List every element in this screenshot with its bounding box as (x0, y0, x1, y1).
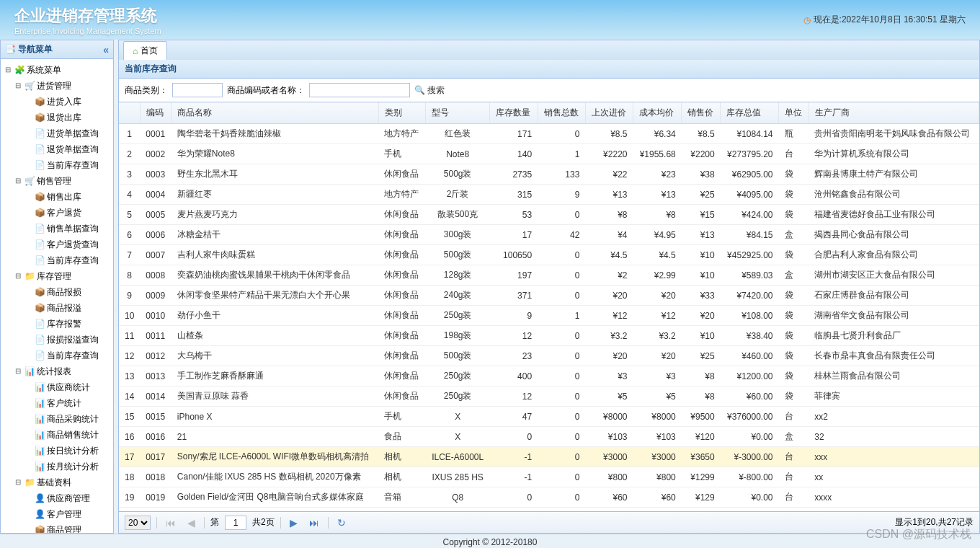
tree-item-0-3[interactable]: 📄退货单据查询 (24, 141, 110, 157)
table-row[interactable]: 16001621食品X00¥103¥103¥120¥0.00盒32 (119, 427, 979, 447)
clock-icon: ◷ (803, 15, 811, 25)
app-title: 企业进销存管理系统 Enterprise Invoicing Managemen… (14, 5, 161, 35)
table-row[interactable]: 30003野生东北黑木耳休闲食品500g装2735133¥22¥23¥38¥62… (119, 164, 979, 185)
category-label: 商品类别： (125, 84, 168, 97)
tree-item-3-5[interactable]: 📊按月统计分析 (24, 459, 110, 474)
collapse-icon[interactable]: « (103, 44, 109, 56)
tree-item-3-4[interactable]: 📊按日统计分析 (24, 443, 110, 459)
home-icon: ⌂ (133, 46, 138, 56)
tree-item-0-2[interactable]: 📄进货单据查询 (24, 125, 110, 141)
panel-title: 当前库存查询 (118, 60, 980, 79)
tree-item-1-1[interactable]: 📦客户退货 (24, 205, 110, 221)
tree-group-0[interactable]: ⊟🛒进货管理 (14, 78, 110, 94)
tree-item-0-1[interactable]: 📦退货出库 (24, 110, 110, 125)
tree-item-2-0[interactable]: 📦商品报损 (24, 284, 110, 300)
tree-group-3[interactable]: ⊟📊统计报表 (14, 363, 110, 379)
first-page-button[interactable]: ⏮ (163, 517, 179, 529)
refresh-button[interactable]: ↻ (334, 517, 349, 529)
header-time: ◷ 现在是:2022年10月8日 16:30:51 星期六 (803, 14, 966, 26)
category-input[interactable] (172, 83, 223, 97)
tree-item-3-2[interactable]: 📊商品采购统计 (24, 411, 110, 427)
code-input[interactable] (309, 83, 410, 97)
app-header: 企业进销存管理系统 Enterprise Invoicing Managemen… (0, 0, 980, 40)
col-8[interactable]: 销售价 (682, 102, 721, 124)
sidebar-header: 📑 导航菜单 « (1, 40, 113, 59)
tree-item-1-0[interactable]: 📦销售出库 (24, 189, 110, 205)
title-cn: 企业进销存管理系统 (14, 5, 161, 27)
pager: 20 ⏮ ◀ 第 共2页 ▶ ⏭ ↻ 显示1到20,共27记录 (118, 512, 980, 534)
title-en: Enterprise Invoicing Management System (14, 27, 161, 35)
tree-item-2-1[interactable]: 📦商品报溢 (24, 300, 110, 316)
tree-item-2-3[interactable]: 📄报损报溢查询 (24, 332, 110, 348)
col-1[interactable]: 商品名称 (172, 102, 378, 124)
page-input[interactable] (225, 516, 246, 530)
tree-item-4-1[interactable]: 👤客户管理 (24, 506, 110, 522)
pager-info: 显示1到20,共27记录 (895, 516, 974, 529)
code-label: 商品编码或者名称： (227, 84, 305, 97)
page-size-select[interactable]: 20 (125, 516, 151, 530)
tree-group-2[interactable]: ⊟📁库存管理 (14, 268, 110, 284)
col-9[interactable]: 库存总值 (721, 102, 779, 124)
nav-icon: 📑 (5, 44, 16, 54)
table-row[interactable]: 130013手工制作芝麻香酥麻通休闲食品250g装4000¥3¥3¥8¥1200… (119, 366, 979, 386)
last-page-button[interactable]: ⏭ (306, 517, 322, 529)
table-row[interactable]: 60006冰糖金桔干休闲食品300g装1742¥4¥4.95¥13¥84.15盒… (119, 225, 979, 245)
col-10[interactable]: 单位 (779, 102, 809, 124)
table-row[interactable]: 100010劲仔小鱼干休闲食品250g装91¥12¥12¥20¥108.00袋湖… (119, 306, 979, 326)
prev-page-button[interactable]: ◀ (184, 517, 198, 529)
tabs: ⌂ 首页 (118, 40, 980, 60)
col-7[interactable]: 成本均价 (633, 102, 681, 124)
table-row[interactable]: 170017Sony/索尼 ILCE-A6000L WIFI微单数码相机高清拍相… (119, 447, 979, 467)
tree-root[interactable]: ⊟🧩系统菜单 (4, 62, 110, 78)
search-toolbar: 商品类别： 商品编码或者名称： 🔍 搜索 (118, 79, 980, 102)
next-page-button[interactable]: ▶ (287, 517, 300, 529)
tree-item-3-3[interactable]: 📊商品销售统计 (24, 427, 110, 443)
table-row[interactable]: 70007吉利人家牛肉味蛋糕休闲食品500g装1006500¥4.5¥4.5¥1… (119, 245, 979, 265)
col-0[interactable]: 编码 (140, 102, 171, 124)
tree-group-4[interactable]: ⊟📁基础资料 (14, 474, 110, 490)
table-row[interactable]: 150015iPhone X手机X470¥8000¥8000¥9500¥3760… (119, 407, 979, 427)
table-row[interactable]: 110011山楂条休闲食品198g装120¥3.2¥3.2¥10¥38.40袋临… (119, 326, 979, 346)
search-icon: 🔍 (414, 85, 425, 95)
col-6[interactable]: 上次进价 (585, 102, 633, 124)
tree-item-3-0[interactable]: 📊供应商统计 (24, 379, 110, 395)
col-4[interactable]: 库存数量 (490, 102, 538, 124)
sidebar: 📑 导航菜单 « ⊟🧩系统菜单⊟🛒进货管理📦进货入库📦退货出库📄进货单据查询📄退… (0, 40, 114, 534)
tree-item-4-0[interactable]: 👤供应商管理 (24, 490, 110, 506)
search-button[interactable]: 🔍 搜索 (414, 84, 445, 97)
tree-item-0-4[interactable]: 📄当前库存查询 (24, 157, 110, 173)
col-5[interactable]: 销售总数 (538, 102, 585, 124)
tree-item-1-2[interactable]: 📄销售单据查询 (24, 221, 110, 237)
tree-item-2-2[interactable]: 📄库存报警 (24, 316, 110, 332)
table-row[interactable]: 20002华为荣耀Note8手机Note81401¥2220¥1955.68¥2… (119, 144, 979, 164)
tree-item-1-4[interactable]: 📄当前库存查询 (24, 252, 110, 268)
col-3[interactable]: 型号 (425, 102, 490, 124)
tree-item-2-4[interactable]: 📄当前库存查询 (24, 348, 110, 363)
table-row[interactable]: 90009休闲零食坚果特产精品干果无漂白大个开心果休闲食品240g装3710¥2… (119, 286, 979, 306)
col-11[interactable]: 生产厂商 (808, 102, 979, 124)
table-row[interactable]: 80008奕森奶油桃肉蜜饯果脯果干桃肉干休闲零食品休闲食品128g装1970¥2… (119, 265, 979, 286)
footer: Copyright © 2012-20180 (0, 534, 980, 548)
table-row[interactable]: 190019Golden Field/金河田 Q8电脑音响台式多媒体家庭音箱Q8… (119, 487, 979, 508)
tab-home[interactable]: ⌂ 首页 (123, 41, 167, 60)
tree-item-4-2[interactable]: 📦商品管理 (24, 522, 110, 533)
table-row[interactable]: 120012大乌梅干休闲食品500g装230¥20¥20¥25¥460.00袋长… (119, 346, 979, 366)
table-row[interactable]: 140014美国青豆原味 蒜香休闲食品250g装120¥5¥5¥8¥60.00袋… (119, 386, 979, 407)
tree-item-3-1[interactable]: 📊客户统计 (24, 395, 110, 411)
tree-item-0-0[interactable]: 📦进货入库 (24, 94, 110, 110)
table-row[interactable]: 50005麦片燕麦巧克力休闲食品散装500克530¥8¥8¥15¥424.00袋… (119, 205, 979, 225)
nav-tree: ⊟🧩系统菜单⊟🛒进货管理📦进货入库📦退货出库📄进货单据查询📄退货单据查询📄当前库… (1, 59, 113, 533)
tree-item-1-3[interactable]: 📄客户退货查询 (24, 237, 110, 252)
table-row[interactable]: 180018Canon/佳能 IXUS 285 HS 数码相机 2020万像素相… (119, 467, 979, 487)
table-row[interactable]: 40004新疆红枣地方特产2斤装3159¥13¥13¥25¥4095.00袋沧州… (119, 185, 979, 205)
tree-group-1[interactable]: ⊟🛒销售管理 (14, 173, 110, 189)
table-row[interactable]: 10001陶华碧老干妈香辣脆油辣椒地方特产红色装1710¥8.5¥6.34¥8.… (119, 124, 979, 144)
col-2[interactable]: 类别 (378, 102, 425, 124)
data-grid: 编码商品名称类别型号库存数量销售总数上次进价成本均价销售价库存总值单位生产厂商1… (118, 102, 980, 512)
